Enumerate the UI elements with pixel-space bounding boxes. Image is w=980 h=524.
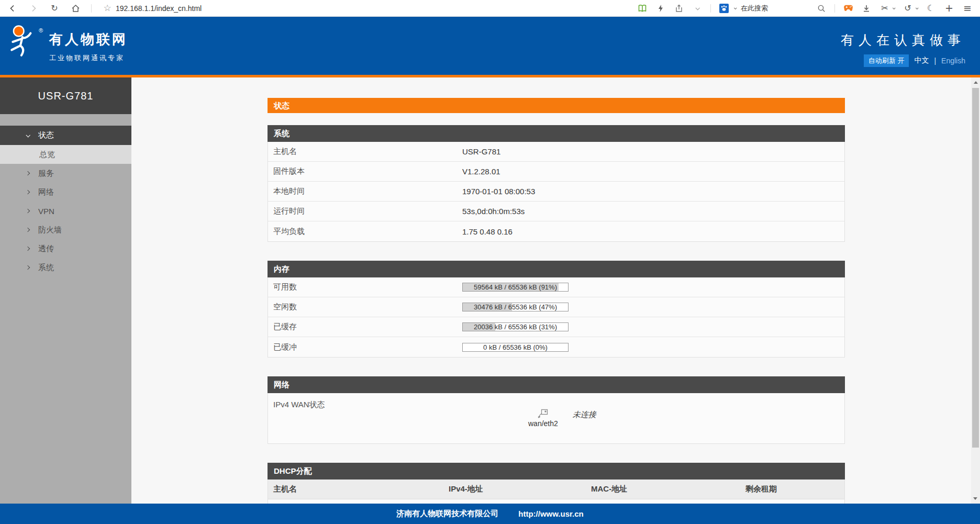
toolbar-divider: [91, 4, 92, 13]
page-footer: 济南有人物联网技术有限公司 http://www.usr.cn: [0, 504, 980, 524]
sidebar-item-passthrough[interactable]: 透传: [0, 239, 131, 258]
network-section: 网络 IPv4 WAN状态 wan/eth2 未连接: [268, 376, 845, 444]
system-row-value: USR-G781: [462, 147, 844, 156]
download-icon[interactable]: [861, 3, 872, 14]
reading-mode-icon[interactable]: [637, 3, 648, 14]
toolbar-divider: [710, 4, 711, 13]
memory-row: 空闲数30476 kB / 65536 kB (47%): [268, 297, 844, 317]
mascot-icon: [6, 24, 41, 60]
search-icon[interactable]: [816, 3, 827, 14]
memory-row-value: 20036 kB / 65536 kB (31%): [462, 322, 844, 331]
system-row: 主机名USR-G781: [268, 142, 844, 162]
system-row-value: 1970-01-01 08:00:53: [462, 187, 844, 196]
search-engine-caret-icon[interactable]: [734, 6, 737, 9]
dhcp-column-header: 剩余租期: [745, 484, 844, 494]
lightning-icon[interactable]: [655, 3, 666, 14]
chevron-right-icon: [26, 247, 30, 251]
sidebar-item-status[interactable]: 状态: [0, 126, 131, 145]
sidebar-item-label: 总览: [39, 150, 55, 160]
company-url-link[interactable]: http://www.usr.cn: [518, 509, 583, 518]
memory-row-value: 0 kB / 65536 kB (0%): [462, 343, 844, 352]
main-content: 状态 系统 主机名USR-G781固件版本V1.2.28.01本地时间1970-…: [131, 77, 971, 524]
wan-interface-name: wan/eth2: [528, 419, 558, 428]
network-section-title: 网络: [268, 376, 845, 393]
memory-progress-bar: 59564 kB / 65536 kB (91%): [462, 283, 569, 292]
menu-hamburger-icon[interactable]: ≡: [962, 3, 973, 14]
system-row: 运行时间53s,0d:0h:0m:53s: [268, 202, 844, 221]
lang-english-link[interactable]: English: [941, 57, 965, 65]
sidebar-item-label: VPN: [38, 207, 54, 216]
home-icon[interactable]: [70, 3, 81, 14]
memory-row-value: 30476 kB / 65536 kB (47%): [462, 303, 844, 311]
back-icon[interactable]: [7, 3, 18, 14]
chevron-right-icon: [26, 171, 30, 175]
memory-section: 内存 可用数59564 kB / 65536 kB (91%)空闲数30476 …: [268, 261, 845, 358]
sidebar-item-overview[interactable]: 总览: [0, 145, 131, 164]
page-scrollbar[interactable]: [971, 77, 980, 504]
scrollbar-up-arrow-icon[interactable]: [974, 81, 978, 84]
sidebar-item-firewall[interactable]: 防火墙: [0, 220, 131, 239]
history-caret-icon[interactable]: [916, 6, 919, 9]
system-section-title: 系统: [268, 125, 845, 142]
toolbar-divider: [834, 4, 835, 13]
memory-progress-bar: 30476 kB / 65536 kB (47%): [462, 303, 569, 311]
lang-chinese-link[interactable]: 中文: [914, 56, 929, 65]
forward-icon: [28, 3, 39, 14]
dhcp-table-header: 主机名IPv4-地址MAC-地址剩余租期: [268, 480, 844, 499]
system-row: 平均负载1.75 0.48 0.16: [268, 221, 844, 241]
memory-progress-text: 0 kB / 65536 kB (0%): [463, 343, 568, 352]
chevron-right-icon: [26, 265, 30, 270]
chevron-right-icon: [26, 228, 30, 232]
address-bar[interactable]: 192.168.1.1/index_cn.html: [116, 4, 202, 13]
new-tab-plus-icon[interactable]: +: [944, 3, 954, 14]
scissors-clip-icon[interactable]: ✂: [879, 3, 890, 14]
chevron-right-icon: [26, 209, 30, 213]
refresh-icon[interactable]: ↻: [49, 3, 60, 14]
wan-status-label: IPv4 WAN状态: [268, 393, 462, 443]
company-name: 济南有人物联网技术有限公司: [396, 509, 498, 519]
auto-refresh-toggle[interactable]: 自动刷新 开: [864, 54, 909, 67]
brand-logo[interactable]: ® 有人物联网 工业物联网通讯专家: [6, 24, 128, 63]
toolbar-chevron-down-icon[interactable]: [692, 3, 703, 14]
device-name: USR-G781: [0, 77, 131, 114]
wan-status-row: IPv4 WAN状态 wan/eth2 未连接: [268, 393, 844, 443]
memory-row-label: 可用数: [268, 282, 462, 292]
system-row: 本地时间1970-01-01 08:00:53: [268, 182, 844, 202]
chevron-right-icon: [26, 190, 30, 194]
sidebar-item-label: 防火墙: [38, 225, 62, 235]
paw-search-engine-icon[interactable]: [719, 3, 729, 14]
sidebar-item-label: 透传: [38, 244, 54, 254]
sidebar-item-services[interactable]: 服务: [0, 164, 131, 183]
dhcp-section-title: DHCP分配: [268, 463, 845, 480]
sidebar-item-system[interactable]: 系统: [0, 258, 131, 277]
system-row-label: 固件版本: [268, 166, 462, 176]
scrollbar-thumb[interactable]: [972, 88, 979, 448]
undo-history-icon[interactable]: ↺: [903, 3, 913, 14]
clip-caret-icon[interactable]: [893, 6, 896, 9]
memory-row: 已缓存20036 kB / 65536 kB (31%): [268, 317, 844, 337]
sidebar: USR-G781 状态总览服务网络VPN防火墙透传系统: [0, 77, 131, 524]
screen: ↻ ☆ 192.168.1.1/index_cn.html: [0, 0, 980, 524]
favorite-star-icon[interactable]: ☆: [102, 3, 113, 14]
sidebar-item-label: 系统: [38, 263, 54, 273]
search-input[interactable]: 在此搜索: [741, 4, 768, 13]
memory-row: 可用数59564 kB / 65536 kB (91%): [268, 277, 844, 297]
memory-progress-bar: 0 kB / 65536 kB (0%): [462, 343, 569, 352]
search-zone[interactable]: 在此搜索: [719, 3, 827, 14]
night-mode-moon-icon[interactable]: ☾: [926, 3, 936, 14]
game-controller-icon[interactable]: [843, 3, 853, 14]
sidebar-item-network[interactable]: 网络: [0, 183, 131, 202]
wan-interface: wan/eth2: [528, 409, 558, 428]
sidebar-item-label: 网络: [38, 187, 54, 197]
memory-progress-text: 59564 kB / 65536 kB (91%): [463, 283, 568, 292]
chevron-down-icon: [26, 133, 30, 137]
dhcp-column-header: MAC-地址: [591, 484, 745, 494]
share-icon[interactable]: [674, 3, 684, 14]
memory-section-title: 内存: [268, 261, 845, 277]
scrollbar-down-arrow-icon[interactable]: [973, 497, 977, 500]
sidebar-item-vpn[interactable]: VPN: [0, 202, 131, 220]
registered-mark: ®: [39, 27, 43, 34]
sidebar-item-label: 服务: [38, 169, 54, 179]
slogan: 有人在认真做事: [841, 31, 965, 49]
system-row-label: 本地时间: [268, 186, 462, 196]
